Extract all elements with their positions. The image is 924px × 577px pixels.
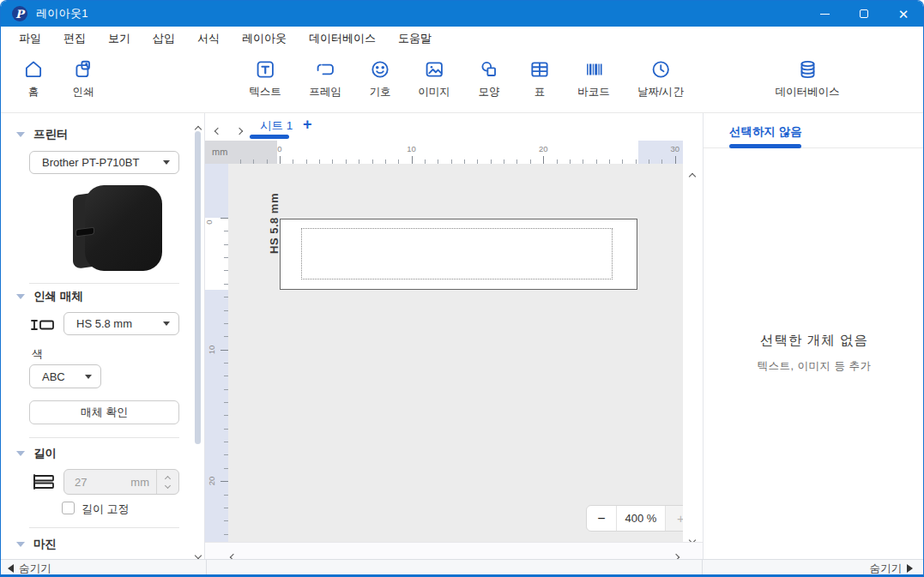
printable-area-outline	[301, 228, 613, 279]
length-fixed-label: 길이 고정	[82, 502, 130, 517]
status-bar-middle	[207, 560, 703, 577]
menu-layout[interactable]: 레이아웃	[231, 27, 298, 50]
check-media-button[interactable]: 매체 확인	[29, 400, 179, 424]
length-input[interactable]: 27 mm	[63, 469, 179, 495]
chevron-left-icon	[214, 128, 221, 135]
insert-frame-button[interactable]: 프레임	[309, 58, 341, 99]
vertical-ruler: 0 10 20	[205, 164, 228, 542]
chevron-down-icon	[163, 160, 170, 165]
empty-selection-message: 선택한 개체 없음 텍스트, 이미지 등 추가	[704, 332, 924, 374]
print-button[interactable]: 인쇄	[72, 58, 94, 99]
add-sheet-button[interactable]: +	[303, 116, 312, 134]
canvas-area: 시트 1 + mm 0 10 20 30 0 10 20 HS 5.8 mm	[205, 113, 703, 559]
home-button[interactable]: 홈	[22, 58, 45, 99]
menu-file[interactable]: 파일	[8, 27, 52, 50]
minimize-button[interactable]	[805, 1, 844, 27]
zoom-out-button[interactable]: −	[587, 506, 617, 531]
horizontal-ruler: mm 0 10 20 30	[205, 141, 683, 164]
close-icon: ✕	[898, 8, 909, 21]
canvas-vertical-scrollbar[interactable]	[683, 164, 703, 542]
insert-barcode-button[interactable]: 바코드	[577, 58, 610, 99]
chevron-down-icon	[163, 322, 170, 326]
insert-shape-button[interactable]: 모양	[478, 58, 500, 99]
color-select[interactable]: ABC	[29, 364, 101, 388]
media-section-title: 인쇄 매체	[33, 289, 83, 304]
length-fixed-checkbox[interactable]	[62, 502, 75, 514]
database-button[interactable]: 데이터베이스	[776, 58, 840, 99]
insert-datetime-button[interactable]: 날짜/시간	[637, 58, 683, 99]
menu-edit[interactable]: 편집	[52, 27, 97, 50]
insert-table-button[interactable]: 표	[528, 58, 551, 99]
canvas-horizontal-scrollbar[interactable]	[205, 542, 703, 559]
ruler-label: 10	[207, 345, 216, 354]
printer-section-header[interactable]: 프린터	[16, 127, 69, 142]
ruler-label: 0	[277, 144, 281, 153]
hide-sidebar-button[interactable]: 숨기기	[1, 560, 207, 577]
zoom-level: 400 %	[617, 506, 665, 531]
active-tab-underline	[729, 144, 801, 148]
close-button[interactable]: ✕	[884, 1, 923, 27]
window-title: 레이아웃1	[36, 6, 88, 21]
layout-page[interactable]: HS 5.8 mm − 400 % +	[228, 164, 683, 542]
tape-size-value: HS 5.8 mm	[76, 317, 132, 330]
menu-bar: 파일 편집 보기 삽입 서식 레이아웃 데이터베이스 도움말	[1, 27, 923, 50]
menu-view[interactable]: 보기	[97, 27, 142, 50]
sheet-prev-button[interactable]	[215, 122, 220, 137]
hide-panel-button[interactable]: 숨기기	[703, 560, 923, 577]
barcode-icon	[583, 58, 605, 81]
insert-text-button[interactable]: 텍스트	[249, 58, 281, 99]
toolbar-label: 데이터베이스	[776, 85, 840, 99]
tape-size-annotation: HS 5.8 mm	[268, 193, 281, 254]
title-bar[interactable]: P 레이아웃1 ✕	[1, 1, 923, 27]
length-value: 27	[64, 476, 130, 489]
menu-format[interactable]: 서식	[186, 27, 231, 50]
length-stepper[interactable]	[156, 470, 178, 494]
length-section-header[interactable]: 길이	[16, 446, 57, 461]
print-icon	[72, 58, 94, 81]
properties-panel: 선택하지 않음 선택한 개체 없음 텍스트, 이미지 등 추가	[703, 113, 924, 559]
printer-image	[73, 183, 162, 273]
triangle-left-icon	[8, 564, 14, 573]
insert-image-button[interactable]: 이미지	[418, 58, 450, 99]
collapse-triangle-icon	[16, 294, 25, 299]
hide-sidebar-label: 숨기기	[19, 562, 51, 576]
empty-selection-hint: 텍스트, 이미지 등 추가	[704, 359, 924, 374]
tape-label-object[interactable]	[280, 219, 637, 290]
insert-symbol-button[interactable]: 기호	[369, 58, 391, 99]
active-tab-underline	[250, 135, 289, 139]
scroll-up-button[interactable]	[690, 167, 695, 183]
printer-select-value: Brother PT-P710BT	[42, 156, 139, 169]
sheet-next-button[interactable]	[237, 122, 242, 137]
menu-help[interactable]: 도움말	[387, 27, 443, 50]
ruler-label: 20	[207, 477, 216, 486]
vertical-ruler-ticks	[205, 218, 228, 219]
collapse-triangle-icon	[16, 132, 25, 137]
toolbar-label: 인쇄	[73, 85, 94, 99]
toolbar-label: 날짜/시간	[637, 85, 683, 99]
printer-section-title: 프린터	[33, 127, 69, 142]
margin-section-title: 마진	[33, 537, 57, 552]
symbol-icon	[369, 58, 391, 81]
sidebar-scrollbar-thumb[interactable]	[195, 131, 201, 444]
hide-panel-label: 숨기기	[870, 562, 903, 576]
datetime-icon	[649, 58, 672, 81]
margin-section-header[interactable]: 마진	[16, 537, 57, 552]
zoom-control: − 400 % +	[586, 505, 697, 532]
sheet-tab-bar: 시트 1 +	[205, 113, 703, 141]
tab-sheet-1[interactable]: 시트 1	[255, 118, 298, 134]
tab-no-selection[interactable]: 선택하지 않음	[729, 124, 802, 140]
left-sidebar: 프린터 Brother PT-P710BT 인쇄 매체 HS 5.8 mm 색 …	[1, 113, 205, 559]
menu-insert[interactable]: 삽입	[142, 27, 186, 50]
collapse-triangle-icon	[16, 451, 25, 456]
tape-size-select[interactable]: HS 5.8 mm	[63, 312, 179, 335]
maximize-button[interactable]	[844, 1, 884, 27]
collapse-triangle-icon	[16, 542, 25, 547]
toolbar-label: 기호	[370, 85, 391, 99]
tape-media-icon	[30, 317, 56, 336]
triangle-right-icon	[907, 564, 913, 573]
menu-database[interactable]: 데이터베이스	[298, 27, 387, 50]
ruler-label: 30	[671, 144, 680, 153]
ruler-label: 20	[539, 144, 548, 153]
media-section-header[interactable]: 인쇄 매체	[16, 289, 83, 304]
printer-select[interactable]: Brother PT-P710BT	[29, 151, 179, 174]
